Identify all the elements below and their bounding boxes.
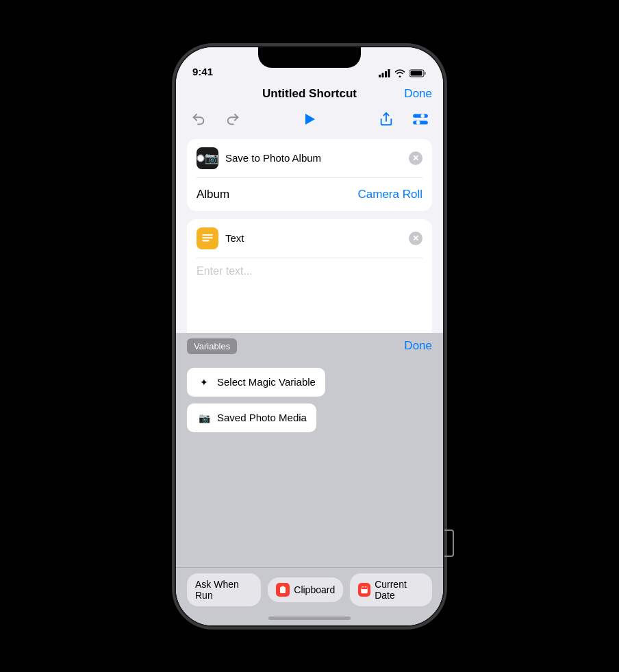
nav-bar: Untitled Shortcut Done [176,82,443,103]
saved-photo-chip-label: Saved Photo Media [217,412,307,423]
saved-photo-chip-icon: 📷 [197,410,212,425]
text-action-title: Text [225,232,244,244]
nav-done-button[interactable]: Done [404,87,432,101]
variables-badge[interactable]: Variables [187,338,237,354]
current-date-label: Current Date [375,579,424,601]
svg-rect-20 [281,586,284,588]
clipboard-chip[interactable]: Clipboard [268,577,343,602]
clipboard-label: Clipboard [294,584,335,595]
variables-bar: Variables Done [176,333,443,360]
svg-rect-0 [379,75,381,77]
toggle-settings-icon [412,110,429,128]
svg-rect-2 [385,71,387,77]
notch [258,47,361,68]
album-row[interactable]: Album Camera Roll [187,178,432,211]
home-indicator [268,617,351,620]
save-photo-icon: 📷 [197,147,218,169]
text-action-close-button[interactable]: ✕ [409,232,422,245]
nav-title: Untitled Shortcut [262,87,357,101]
text-action-card: Text ✕ Enter text... [187,219,432,333]
svg-rect-5 [425,72,426,75]
text-action-icon [197,227,218,249]
save-photo-header: 📷 Save to Photo Album ✕ [187,139,432,177]
svg-rect-6 [411,71,422,75]
redo-button[interactable] [221,108,244,131]
undo-button[interactable] [187,108,210,131]
svg-rect-11 [413,121,428,124]
album-label: Album [197,188,229,201]
text-input-area[interactable]: Enter text... [187,258,432,333]
status-time: 9:41 [192,66,213,77]
ask-when-run-chip[interactable]: Ask When Run [187,573,261,606]
calendar-icon [358,583,370,597]
signal-icon [379,69,390,77]
svg-point-12 [416,121,420,124]
battery-icon [409,69,427,77]
ask-when-run-label: Ask When Run [195,579,253,601]
toolbar [176,103,443,136]
magic-variable-chip[interactable]: ✦ Select Magic Variable [187,368,325,397]
clipboard-icon [276,583,290,597]
text-header: Text ✕ [187,219,432,258]
status-icons [379,69,427,77]
svg-rect-3 [388,69,390,77]
variables-done-button[interactable]: Done [404,339,432,353]
magic-variable-icon: ✦ [197,375,212,390]
text-placeholder: Enter text... [197,265,253,277]
save-photo-action-card: 📷 Save to Photo Album ✕ Album Camera Rol… [187,139,432,211]
play-button[interactable] [298,108,321,131]
svg-rect-22 [362,587,368,589]
share-button[interactable] [375,108,398,131]
side-bracket [444,530,454,557]
saved-photo-chip[interactable]: 📷 Saved Photo Media [187,403,316,432]
save-photo-close-button[interactable]: ✕ [409,151,422,165]
variables-panel: ✦ Select Magic Variable 📷 Saved Photo Me… [176,360,443,567]
svg-rect-1 [382,73,384,77]
svg-marker-7 [305,114,315,125]
save-photo-title: Save to Photo Album [225,152,321,164]
magic-variable-label: Select Magic Variable [217,376,316,388]
svg-rect-9 [413,114,428,117]
album-value[interactable]: Camera Roll [358,188,422,201]
settings-button[interactable] [409,108,432,131]
current-date-chip[interactable]: Current Date [350,573,432,606]
wifi-icon [394,69,405,77]
actions-area: 📷 Save to Photo Album ✕ Album Camera Rol… [176,136,443,333]
svg-point-10 [421,114,425,117]
